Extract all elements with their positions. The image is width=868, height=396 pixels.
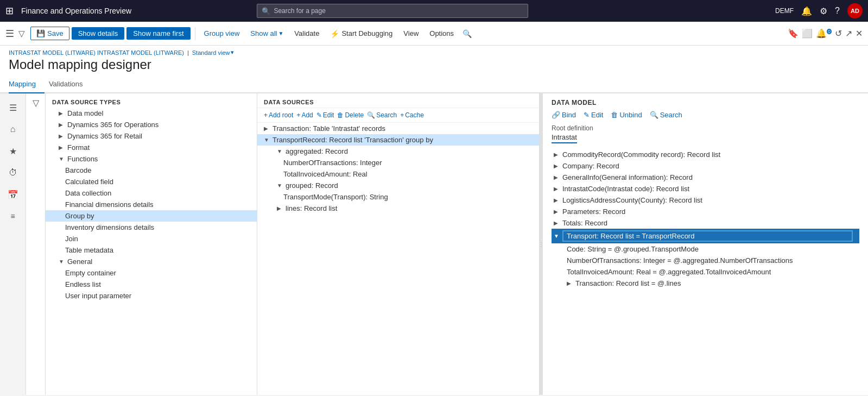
user-avatar[interactable]: AD <box>847 3 863 18</box>
page-title: Model mapping designer <box>9 57 859 76</box>
dst-data-collection[interactable]: Data collection <box>46 187 257 199</box>
show-details-button[interactable]: Show details <box>72 27 125 40</box>
bookmark-icon[interactable]: 🔖 <box>788 28 799 39</box>
dm-commodity-record[interactable]: ▶ CommodityRecord(Commodity record): Rec… <box>552 149 859 160</box>
dst-format[interactable]: ▶ Format <box>46 142 257 153</box>
root-value: Intrastat <box>552 133 577 143</box>
options-button[interactable]: Options <box>425 27 458 40</box>
tab-mapping[interactable]: Mapping <box>9 76 45 93</box>
filter-icon[interactable]: ▽ <box>18 29 25 39</box>
dm-parameters[interactable]: ▶ Parameters: Record <box>552 206 859 217</box>
dst-empty-container[interactable]: Empty container <box>46 267 257 279</box>
open-icon[interactable]: ↗ <box>845 28 852 39</box>
search-toolbar-icon[interactable]: 🔍 <box>460 27 474 40</box>
ds-total-invoiced[interactable]: TotalInvoicedAmount: Real <box>257 168 539 180</box>
data-model-toolbar: 🔗 Bind ✎ Edit 🗑 Unbind 🔍 Search <box>552 111 859 119</box>
cache-button[interactable]: + Cache <box>400 111 424 119</box>
dst-table-metadata[interactable]: Table metadata <box>46 244 257 256</box>
dst-inventory-dimensions[interactable]: Inventory dimensions details <box>46 222 257 233</box>
bind-button[interactable]: 🔗 Bind <box>552 111 576 119</box>
sidebar-icon-home[interactable]: ⌂ <box>3 120 23 139</box>
filter-bar: ▽ <box>26 93 46 395</box>
expand-icon: ▶ <box>59 144 65 150</box>
add-root-button[interactable]: + Add root <box>264 111 293 119</box>
show-all-button[interactable]: Show all ▼ <box>246 27 288 40</box>
save-icon: 💾 <box>36 29 45 37</box>
dm-totals[interactable]: ▶ Totals: Record <box>552 217 859 229</box>
validate-button[interactable]: Validate <box>290 27 324 40</box>
delete-button[interactable]: 🗑 Delete <box>337 111 364 119</box>
dst-user-input[interactable]: User input parameter <box>46 290 257 301</box>
dm-transport[interactable]: ▼ Transport: Record list = TransportReco… <box>552 229 859 243</box>
dm-total-invoiced[interactable]: TotalInvoicedAmount: Real = @.aggregated… <box>552 266 859 278</box>
dm-company[interactable]: ▶ Company: Record <box>552 160 859 172</box>
bind-icon: 🔗 <box>552 111 560 119</box>
notification-icon[interactable]: 🔔 <box>801 6 812 16</box>
sidebar-icon-recent[interactable]: ⏱ <box>3 163 23 183</box>
search-model-icon: 🔍 <box>650 111 658 119</box>
search-button-middle[interactable]: 🔍 Search <box>367 111 397 119</box>
dst-general[interactable]: ▼ General <box>46 256 257 267</box>
expand-icon: ▼ <box>277 183 283 188</box>
dst-financial-dimensions[interactable]: Financial dimensions details <box>46 199 257 210</box>
delete-icon: 🗑 <box>337 111 344 119</box>
view-dropdown[interactable]: Standard view ▾ <box>192 49 235 56</box>
view-button[interactable]: View <box>399 27 423 40</box>
data-model-title: DATA MODEL <box>552 99 859 106</box>
global-search-bar[interactable]: 🔍 Search for a page <box>257 4 528 18</box>
app-grid-icon[interactable]: ⊞ <box>5 5 14 17</box>
dst-barcode[interactable]: Barcode <box>46 165 257 176</box>
dst-data-model[interactable]: ▶ Data model <box>46 108 257 119</box>
page-header: INTRASTAT MODEL (LITWARE) INTRASTAT MODE… <box>0 46 868 76</box>
ds-aggregated[interactable]: ▼ aggregated: Record <box>257 146 539 157</box>
dst-endless-list[interactable]: Endless list <box>46 279 257 290</box>
sidebar-icon-calendar[interactable]: 📅 <box>3 185 23 204</box>
root-definition-label: Root definition <box>552 124 859 132</box>
expand-icon: ▼ <box>554 233 560 239</box>
dm-logistics[interactable]: ▶ LogisticsAddressCounty(County): Record… <box>552 194 859 206</box>
start-debugging-button[interactable]: ⚡ Start Debugging <box>326 27 397 40</box>
settings-icon[interactable]: ⚙ <box>820 6 827 16</box>
save-button[interactable]: 💾 Save <box>30 27 69 40</box>
group-view-button[interactable]: Group view <box>200 27 244 40</box>
expand-icon: ▶ <box>554 163 560 169</box>
sidebar-icon-favorites[interactable]: ★ <box>3 141 23 161</box>
dst-functions[interactable]: ▼ Functions <box>46 153 257 165</box>
edit-model-button[interactable]: ✎ Edit <box>584 111 603 119</box>
search-model-button[interactable]: 🔍 Search <box>650 111 682 119</box>
show-name-first-button[interactable]: Show name first <box>126 27 190 40</box>
tab-validations[interactable]: Validations <box>45 76 92 93</box>
ds-transaction[interactable]: ▶ Transaction: Table 'Intrastat' records <box>257 123 539 134</box>
add-button[interactable]: + Add <box>296 111 313 119</box>
sidebar-icon-menu[interactable]: ☰ <box>3 98 23 117</box>
dst-group-by[interactable]: Group by <box>46 210 257 222</box>
expand-icon: ▼ <box>59 156 65 162</box>
plus-icon: + <box>264 111 268 119</box>
refresh-icon[interactable]: ↺ <box>835 28 842 39</box>
notification-badge-icon[interactable]: 🔔0 <box>816 28 832 39</box>
filter-funnel-icon[interactable]: ▽ <box>33 98 39 108</box>
unbind-button[interactable]: 🗑 Unbind <box>611 111 642 119</box>
sidebar-toggle-icon[interactable]: ☰ <box>5 28 14 40</box>
sidebar-icon-modules[interactable]: ≡ <box>3 206 23 226</box>
edit-button[interactable]: ✎ Edit <box>316 111 334 119</box>
dst-join[interactable]: Join <box>46 233 257 244</box>
dm-num-transactions[interactable]: NumberOfTransactions: Integer = @.aggreg… <box>552 255 859 266</box>
close-icon[interactable]: ✕ <box>856 28 863 39</box>
ds-lines[interactable]: ▶ lines: Record list <box>257 203 539 214</box>
ds-grouped[interactable]: ▼ grouped: Record <box>257 180 539 191</box>
dst-calculated-field[interactable]: Calculated field <box>46 176 257 187</box>
chevron-down-icon: ▼ <box>278 30 283 36</box>
dm-intrastat-code[interactable]: ▶ IntrastatCode(Intrastat code): Record … <box>552 183 859 194</box>
ds-number-of-transactions[interactable]: NumberOfTransactions: Integer <box>257 157 539 168</box>
dst-dynamics-operations[interactable]: ▶ Dynamics 365 for Operations <box>46 119 257 130</box>
panel-icon[interactable]: ⬜ <box>802 28 813 39</box>
top-right-icons: DEMF 🔔 ⚙ ? AD <box>775 3 863 18</box>
ds-transport-mode[interactable]: TransportMode(Transport): String <box>257 191 539 203</box>
dst-dynamics-retail[interactable]: ▶ Dynamics 365 for Retail <box>46 130 257 142</box>
ds-transport-record[interactable]: ▼ TransportRecord: Record list 'Transact… <box>257 134 539 146</box>
help-icon[interactable]: ? <box>835 6 840 16</box>
dm-code[interactable]: Code: String = @.grouped.TransportMode <box>552 243 859 255</box>
dm-general-info[interactable]: ▶ GeneralInfo(General information): Reco… <box>552 172 859 183</box>
dm-transaction-lines[interactable]: ▶ Transaction: Record list = @.lines <box>552 278 859 289</box>
